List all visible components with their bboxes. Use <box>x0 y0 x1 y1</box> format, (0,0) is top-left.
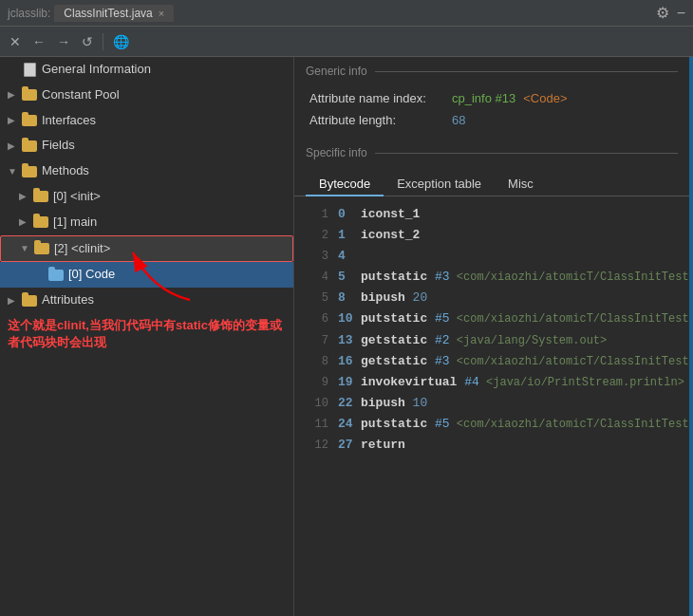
line-num-4: 4 <box>306 268 328 287</box>
app-name: jclasslib: <box>8 7 50 20</box>
globe-button[interactable]: 🌐 <box>109 32 133 51</box>
line-num-12: 12 <box>306 436 328 455</box>
attr-name-value[interactable]: cp_info #13 <box>452 91 515 105</box>
tree-item-attributes[interactable]: ▶ Attributes <box>0 288 293 313</box>
tree-item-interfaces[interactable]: ▶ Interfaces <box>0 108 293 134</box>
offset-2: 1 <box>338 225 361 246</box>
chevron-init: ▶ <box>19 189 32 204</box>
param-link-6[interactable]: #5 <box>435 308 450 329</box>
tree-label-general: General Information <box>42 60 151 80</box>
instr-6: putstatic <box>361 308 435 329</box>
title-bar: jclasslib: ClassInitTest.java × ⚙ − <box>0 0 693 27</box>
offset-1: 0 <box>338 204 361 225</box>
attr-length-label: Attribute length: <box>309 113 452 127</box>
tree-label-attributes: Attributes <box>42 290 94 310</box>
tree-label-code: [0] Code <box>68 265 115 285</box>
right-scroll-area: Generic info Attribute name index: cp_in… <box>294 57 689 616</box>
code-area: 1 0 iconst_1 2 1 iconst_2 3 4 <box>294 196 689 463</box>
code-line-2: 2 1 iconst_2 <box>306 225 678 246</box>
line-num-6: 6 <box>306 309 328 328</box>
param-ref-8: <com/xiaozhi/atomicT/ClassInitTest. <box>450 352 689 371</box>
param-link-4[interactable]: #3 <box>435 267 450 288</box>
folder-icon-main <box>32 215 49 229</box>
back-button[interactable]: ← <box>28 32 49 51</box>
folder-icon-code <box>47 269 65 282</box>
attr-name-row: Attribute name index: cp_info #13 <Code> <box>294 87 689 109</box>
tree-item-clinit[interactable]: ▼ [2] <clinit> <box>0 235 293 263</box>
chevron-code <box>34 268 47 283</box>
offset-11: 24 <box>338 414 361 435</box>
tab-exception-table[interactable]: Exception table <box>384 173 495 196</box>
instr-1: iconst_1 <box>361 204 420 225</box>
generic-info-label: Generic info <box>306 65 367 78</box>
file-tab[interactable]: ClassInitTest.java × <box>54 5 174 22</box>
close-button[interactable]: ✕ <box>6 32 25 51</box>
instr-9: invokevirtual <box>361 372 464 393</box>
tree-label-clinit: [2] <clinit> <box>54 239 110 259</box>
tab-bytecode[interactable]: Bytecode <box>306 173 384 196</box>
attr-length-value: 68 <box>452 113 465 127</box>
attr-name-value2[interactable]: <Code> <box>523 91 567 105</box>
chevron-clinit: ▼ <box>20 241 33 256</box>
instr-2: iconst_2 <box>361 225 420 246</box>
right-panel: Generic info Attribute name index: cp_in… <box>294 57 689 616</box>
code-line-7: 7 13 getstatic #2 <java/lang/System.out> <box>306 330 678 351</box>
line-num-9: 9 <box>306 373 328 392</box>
tree-label-methods: Methods <box>42 161 89 181</box>
tab-misc[interactable]: Misc <box>495 173 547 196</box>
file-tab-label: ClassInitTest.java <box>64 7 152 20</box>
chevron-constant-pool: ▶ <box>8 87 21 103</box>
instr-11: putstatic <box>361 414 435 435</box>
offset-8: 16 <box>338 351 361 372</box>
tree-item-main[interactable]: ▶ [1] main <box>0 210 293 235</box>
offset-9: 19 <box>338 372 361 393</box>
tree-label-init: [0] <init> <box>53 187 101 207</box>
specific-info-header: Specific info <box>294 139 689 163</box>
folder-icon-clinit <box>33 242 50 255</box>
chevron-general <box>8 62 21 77</box>
line-num-2: 2 <box>306 226 328 245</box>
param-ref-7: <java/lang/System.out> <box>450 331 608 350</box>
tree-item-code[interactable]: [0] Code <box>0 262 293 288</box>
folder-icon-fields <box>21 140 38 153</box>
line-num-11: 11 <box>306 415 328 434</box>
line-num-8: 8 <box>306 352 328 371</box>
param-link-8[interactable]: #3 <box>435 351 450 372</box>
tree-item-general[interactable]: General Information <box>0 57 293 83</box>
offset-7: 13 <box>338 330 361 351</box>
offset-6: 10 <box>338 308 361 329</box>
param-ref-6: <com/xiaozhi/atomicT/ClassInitTest. <box>450 309 689 328</box>
right-edge-indicator <box>689 57 693 616</box>
line-num-5: 5 <box>306 289 328 308</box>
folder-icon-methods <box>21 165 38 178</box>
gear-icon[interactable]: ⚙ <box>656 4 669 22</box>
instr-8: getstatic <box>361 351 435 372</box>
annotation-text: 这个就是clinit,当我们代码中有static修饰的变量或者代码块时会出现 <box>0 313 293 355</box>
attr-name-label: Attribute name index: <box>309 91 452 105</box>
param-link-7[interactable]: #2 <box>435 330 450 351</box>
tree-label-constant-pool: Constant Pool <box>42 85 120 105</box>
tree-item-methods[interactable]: ▼ Methods <box>0 159 293 184</box>
close-tab-icon[interactable]: × <box>159 8 164 19</box>
code-line-12: 12 27 return <box>306 435 678 456</box>
chevron-main: ▶ <box>19 215 32 230</box>
tree-item-fields[interactable]: ▶ Fields <box>0 133 293 159</box>
forward-button[interactable]: → <box>53 32 74 51</box>
main-area: General Information ▶ Constant Pool ▶ In… <box>0 57 693 616</box>
param-link-9[interactable]: #4 <box>464 372 479 393</box>
tree-label-main: [1] main <box>53 213 97 233</box>
code-line-11: 11 24 putstatic #5 <com/xiaozhi/atomicT/… <box>306 414 678 435</box>
tree-item-constant-pool[interactable]: ▶ Constant Pool <box>0 83 293 108</box>
toolbar-divider <box>103 33 103 50</box>
folder-icon-attributes <box>21 294 38 308</box>
left-panel: General Information ▶ Constant Pool ▶ In… <box>0 57 294 616</box>
refresh-button[interactable]: ↺ <box>78 32 97 51</box>
code-line-1: 1 0 iconst_1 <box>306 204 678 225</box>
param-link-11[interactable]: #5 <box>435 414 450 435</box>
param-ref-11: <com/xiaozhi/atomicT/ClassInitTest. <box>450 415 689 434</box>
line-num-1: 1 <box>306 205 328 224</box>
specific-info-label: Specific info <box>306 146 367 159</box>
tree-item-init[interactable]: ▶ [0] <init> <box>0 184 293 210</box>
minimize-icon[interactable]: − <box>677 5 685 22</box>
offset-3: 4 <box>338 246 361 267</box>
